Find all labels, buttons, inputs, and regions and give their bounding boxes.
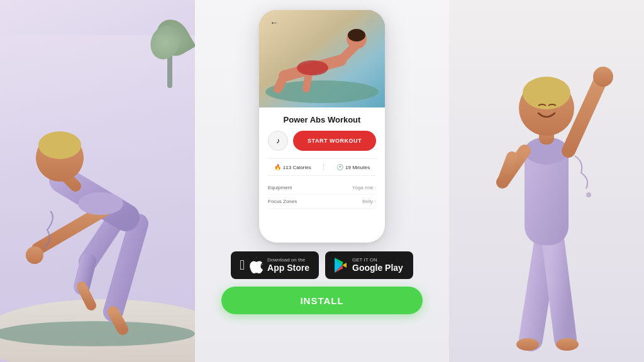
google-play-icon — [334, 258, 348, 273]
workout-details: Equipment Yoga mat › Focus Zones Belly › — [268, 181, 376, 209]
svg-line-35 — [278, 76, 284, 89]
google-play-main: Google Play — [352, 263, 403, 273]
equipment-chevron: › — [374, 185, 376, 190]
back-button[interactable]: ← — [268, 16, 280, 29]
minutes-stat: 🕐 19 Minutes — [336, 164, 370, 170]
right-photo-panel — [449, 0, 644, 362]
apple-icon:  — [240, 257, 245, 273]
svg-point-2 — [0, 321, 195, 346]
google-play-sub: GET IT ON — [352, 258, 403, 263]
apple-logo-icon — [249, 257, 263, 273]
calories-value: 113 Calories — [283, 165, 311, 170]
focus-zones-row[interactable]: Focus Zones Belly › — [268, 195, 376, 209]
svg-point-18 — [516, 338, 539, 351]
music-button[interactable]: ♪ — [268, 131, 288, 151]
workout-controls: ♪ START WORKOUT — [268, 131, 376, 151]
app-store-button[interactable]:  Download on the App Store — [231, 251, 319, 279]
google-play-text: GET IT ON Google Play — [352, 258, 403, 273]
download-buttons:  Download on the App Store GET IT ON Go… — [231, 251, 413, 279]
svg-point-37 — [297, 60, 328, 75]
minutes-value: 19 Minutes — [345, 165, 370, 170]
app-store-main: App Store — [267, 263, 309, 273]
fire-icon: 🔥 — [274, 164, 281, 170]
svg-point-14 — [78, 192, 123, 215]
app-store-sub: Download on the — [267, 258, 309, 263]
music-icon: ♪ — [276, 136, 280, 145]
equipment-value: Yoga mat › — [352, 185, 376, 190]
right-photo-bg — [449, 0, 644, 362]
app-store-text: Download on the App Store — [267, 258, 309, 273]
heart-button[interactable]: ♡ — [364, 16, 376, 29]
focus-zones-value: Belly › — [362, 199, 376, 204]
left-photo-bg — [0, 0, 201, 362]
phone-header: ← ♡ — [259, 10, 385, 34]
install-button[interactable]: INSTALL — [221, 287, 423, 314]
svg-point-23 — [593, 67, 613, 87]
svg-line-17 — [553, 239, 565, 339]
svg-point-13 — [38, 131, 81, 159]
svg-point-29 — [586, 192, 591, 197]
heart-icon: ♡ — [366, 18, 374, 28]
start-workout-label: START WORKOUT — [308, 138, 362, 144]
focus-zones-label: Focus Zones — [268, 199, 297, 204]
left-photo-panel — [0, 0, 201, 362]
calories-stat: 🔥 113 Calories — [274, 164, 311, 170]
workout-title: Power Abs Workout — [268, 115, 376, 124]
svg-point-28 — [523, 77, 570, 109]
back-icon: ← — [270, 18, 279, 28]
svg-point-10 — [26, 246, 43, 264]
phone-mockup: ← ♡ Power Abs Workout ♪ START WORKOUT — [259, 10, 385, 243]
equipment-row[interactable]: Equipment Yoga mat › — [268, 181, 376, 195]
workout-stats: 🔥 113 Calories 🕐 19 Minutes — [268, 158, 376, 176]
center-content: ← ♡ Power Abs Workout ♪ START WORKOUT — [195, 0, 449, 362]
svg-point-19 — [556, 338, 579, 351]
start-workout-button[interactable]: START WORKOUT — [293, 131, 376, 151]
workout-content: Power Abs Workout ♪ START WORKOUT 🔥 113 … — [259, 107, 385, 243]
google-play-button[interactable]: GET IT ON Google Play — [325, 251, 413, 279]
woman-right-figure — [449, 0, 644, 362]
equipment-label: Equipment — [268, 185, 292, 190]
install-label: INSTALL — [300, 295, 343, 306]
focus-zones-chevron: › — [374, 199, 376, 204]
clock-icon: 🕐 — [336, 164, 343, 170]
